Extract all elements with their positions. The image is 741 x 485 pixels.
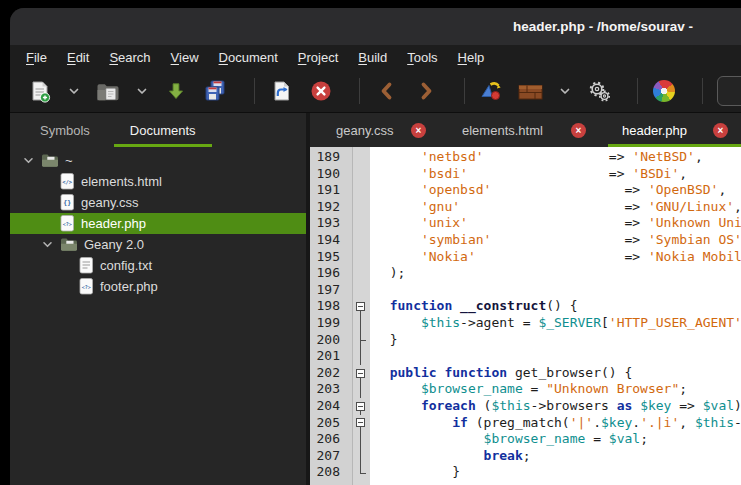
- code-text: [370, 282, 374, 299]
- revert-button[interactable]: [267, 74, 295, 108]
- open-file-menu-chevron-down-icon: [135, 84, 149, 98]
- line-number: 205: [310, 415, 352, 432]
- build-icon: [518, 82, 544, 101]
- menu-build[interactable]: Build: [348, 50, 397, 65]
- search-entry[interactable]: [717, 76, 741, 106]
- build-button[interactable]: [517, 74, 545, 108]
- fold-margin: [352, 282, 370, 299]
- line-number: 206: [310, 431, 352, 448]
- new-file-button[interactable]: [26, 74, 54, 108]
- fold-marker-corner: [352, 464, 370, 481]
- tab-close-icon[interactable]: ×: [411, 123, 426, 138]
- editor-tab-geany-css[interactable]: geany.css×: [322, 113, 440, 147]
- line-number: 193: [310, 215, 352, 232]
- tree-item-geany-2-0[interactable]: Geany 2.0: [10, 234, 306, 255]
- menu-file[interactable]: File: [16, 50, 57, 65]
- color-chooser-button[interactable]: [650, 74, 678, 108]
- menu-edit[interactable]: Edit: [57, 50, 99, 65]
- open-file-menu-button[interactable]: [134, 74, 150, 108]
- tree-item-geany-css[interactable]: {}geany.css: [10, 192, 306, 213]
- code-line-207: 207 break;: [310, 448, 741, 465]
- tree-item-header-php[interactable]: <?>header.php: [10, 213, 306, 234]
- php-file-icon: <?>: [60, 215, 75, 232]
- fold-marker-tee: [352, 332, 370, 349]
- menu-tools[interactable]: Tools: [397, 50, 447, 65]
- tab-close-icon[interactable]: ×: [571, 123, 586, 138]
- editor-tab-label: header.php: [622, 123, 687, 138]
- nav-forward-button[interactable]: [412, 74, 440, 108]
- build-menu-button[interactable]: [557, 74, 573, 108]
- code-text: public function get_browser() {: [370, 365, 632, 382]
- editor-tab-label: geany.css: [336, 123, 394, 138]
- code-text: );: [370, 265, 405, 282]
- menu-help[interactable]: Help: [448, 50, 495, 65]
- menu-project[interactable]: Project: [288, 50, 348, 65]
- sidebar-tab-documents[interactable]: Documents: [114, 113, 212, 147]
- fold-marker-start[interactable]: [352, 365, 370, 382]
- fold-marker-line: [352, 431, 370, 448]
- line-number: 199: [310, 315, 352, 332]
- editor-tab-header-php[interactable]: header.php×: [608, 113, 741, 147]
- tree-item-elements-html[interactable]: </>elements.html: [10, 171, 306, 192]
- code-text: if (preg_match('|'.$key.'.|i', $this->ag…: [370, 415, 741, 432]
- code-text: break;: [370, 448, 531, 465]
- menu-view[interactable]: View: [161, 50, 209, 65]
- code-line-198: 198 function __construct() {: [310, 298, 741, 315]
- line-number: 197: [310, 282, 352, 299]
- tree-item-label: Geany 2.0: [84, 237, 144, 252]
- tree-item-label: header.php: [81, 216, 146, 231]
- close-document-button[interactable]: [307, 74, 335, 108]
- code-line-202: 202 public function get_browser() {: [310, 365, 741, 382]
- open-file-button[interactable]: [94, 74, 122, 108]
- menu-document[interactable]: Document: [209, 50, 288, 65]
- sidebar: SymbolsDocuments ~</>elements.html{}gean…: [10, 113, 306, 485]
- tree-item-label: geany.css: [81, 195, 139, 210]
- fold-marker-line: [352, 448, 370, 465]
- open-file-icon: [96, 81, 120, 102]
- tab-close-icon[interactable]: ×: [713, 123, 728, 138]
- toolbar-separator: [359, 78, 360, 104]
- tree-item-footer-php[interactable]: <?>footer.php: [10, 276, 306, 297]
- code-text: $browser_name = "Unknown Browser";: [370, 381, 687, 398]
- editor-tab-elements-html[interactable]: elements.html×: [448, 113, 600, 147]
- code-text: 'gnu' => 'GNU/Linux',: [370, 199, 741, 216]
- svg-text:<?>: <?>: [63, 221, 72, 227]
- svg-text:{}: {}: [63, 199, 71, 207]
- expander-down-icon[interactable]: [22, 154, 36, 167]
- new-file-menu-button[interactable]: [66, 74, 82, 108]
- close-document-icon: [310, 80, 332, 102]
- toolbar-separator: [254, 78, 255, 104]
- execute-button[interactable]: [585, 74, 613, 108]
- line-number: 204: [310, 398, 352, 415]
- file-tree: ~</>elements.html{}geany.css<?>header.ph…: [10, 147, 306, 485]
- fold-marker-start[interactable]: [352, 298, 370, 315]
- sidebar-tab-symbols[interactable]: Symbols: [24, 113, 106, 147]
- toolbar: [10, 70, 741, 113]
- nav-back-button[interactable]: [372, 74, 400, 108]
- tree-item--[interactable]: ~: [10, 150, 306, 171]
- code-area[interactable]: 189 'netbsd' => 'NetBSD',190 'bsdi' => '…: [310, 147, 741, 485]
- fold-marker-line: [352, 381, 370, 398]
- compile-button[interactable]: [477, 74, 505, 108]
- code-text: foreach ($this->browsers as $key => $val…: [370, 398, 741, 415]
- tree-item-label: footer.php: [100, 279, 158, 294]
- fold-marker-start[interactable]: [352, 398, 370, 415]
- menu-search[interactable]: Search: [99, 50, 160, 65]
- save-button[interactable]: [162, 74, 190, 108]
- code-line-205: 205 if (preg_match('|'.$key.'.|i', $this…: [310, 415, 741, 432]
- tree-item-config-txt[interactable]: config.txt: [10, 255, 306, 276]
- sidebar-tabs: SymbolsDocuments: [10, 113, 306, 147]
- tree-item-label: elements.html: [81, 174, 162, 189]
- save-all-button[interactable]: [202, 74, 230, 108]
- fold-marker-start[interactable]: [352, 415, 370, 432]
- toolbar-separator: [637, 78, 638, 104]
- code-text: $this->agent = $_SERVER['HTTP_USER_AGENT…: [370, 315, 741, 332]
- fold-margin: [352, 182, 370, 199]
- editor-tabs: geany.css×elements.html×header.php×: [310, 113, 741, 147]
- execute-icon: [588, 81, 611, 102]
- code-line-192: 192 'gnu' => 'GNU/Linux',: [310, 199, 741, 216]
- code-text: 'symbian' => 'Symbian OS',: [370, 232, 741, 249]
- expander-down-icon[interactable]: [41, 238, 55, 251]
- line-number: 201: [310, 348, 352, 365]
- save-all-icon: [204, 80, 228, 102]
